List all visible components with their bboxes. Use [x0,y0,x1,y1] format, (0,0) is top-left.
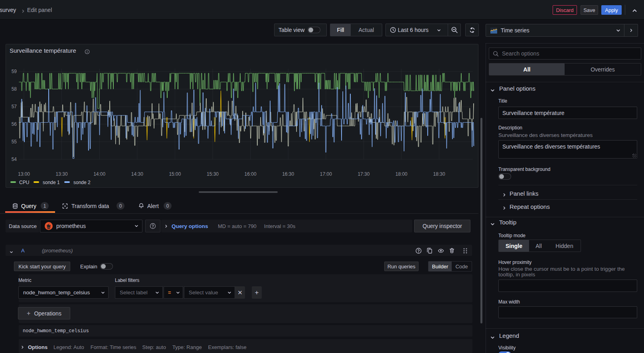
svg-text:17:00: 17:00 [320,171,332,177]
svg-text:CPU: CPU [19,180,29,185]
svg-text:13:30: 13:30 [56,171,68,177]
svg-text:sonde 2: sonde 2 [73,180,91,185]
svg-text:57: 57 [12,104,17,109]
svg-text:13:00: 13:00 [18,171,30,177]
svg-text:14:30: 14:30 [131,171,143,177]
svg-text:sonde 1: sonde 1 [43,180,60,185]
svg-text:18:00: 18:00 [395,171,407,177]
svg-text:59: 59 [12,69,17,74]
svg-text:18:30: 18:30 [433,171,445,177]
svg-text:15:00: 15:00 [169,171,181,177]
svg-text:55: 55 [12,139,17,145]
svg-text:15:30: 15:30 [207,171,219,177]
svg-text:54: 54 [12,157,17,162]
svg-text:58: 58 [12,86,17,92]
svg-text:16:30: 16:30 [282,171,294,177]
svg-text:56: 56 [12,121,17,127]
svg-text:14:00: 14:00 [93,171,105,177]
svg-text:16:00: 16:00 [245,171,257,177]
svg-text:17:30: 17:30 [358,171,369,177]
